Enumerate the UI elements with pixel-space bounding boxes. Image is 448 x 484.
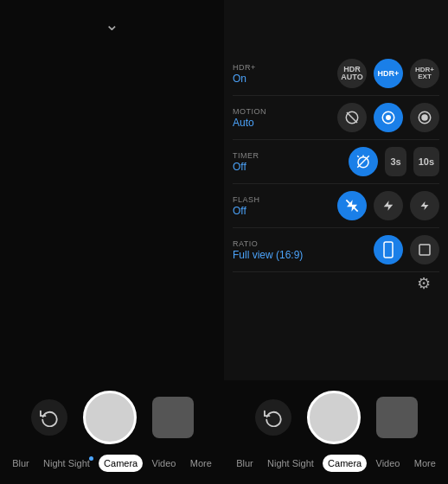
hdr-plus-btn[interactable]: HDR+ xyxy=(374,59,403,88)
motion-off-btn[interactable] xyxy=(337,103,367,132)
tab-camera[interactable]: Camera xyxy=(99,455,143,472)
timer-value: Off xyxy=(233,161,302,173)
tab-more[interactable]: More xyxy=(185,455,217,472)
motion-on-btn[interactable] xyxy=(410,103,439,132)
timer-3s-btn[interactable]: 3s xyxy=(385,147,406,176)
timer-off-btn[interactable] xyxy=(349,147,378,176)
hdr-row: HDR+ On HDRAUTO HDR+ HDR+EXT xyxy=(233,52,439,96)
left-panel: ⌄ Blur Night Sight Camera Video More xyxy=(0,0,224,484)
flash-off-btn[interactable] xyxy=(337,191,367,220)
flash-on-btn[interactable] xyxy=(410,191,439,220)
svg-line-8 xyxy=(358,156,360,157)
flash-label-group: FLASH Off xyxy=(233,195,302,217)
ratio-icons xyxy=(374,235,439,264)
right-tab-camera[interactable]: Camera xyxy=(323,455,367,472)
right-rotate-button[interactable] xyxy=(255,399,291,436)
ratio-square-btn[interactable] xyxy=(410,235,439,264)
svg-marker-13 xyxy=(421,201,429,210)
hdr-value: On xyxy=(233,73,302,85)
timer-icons: 3s 10s xyxy=(349,147,439,176)
ratio-full-btn[interactable] xyxy=(374,235,403,264)
right-bottom-bar: Blur Night Sight Camera Video More xyxy=(224,380,448,484)
gear-row: ⚙ xyxy=(233,272,439,296)
right-tab-bar: Blur Night Sight Camera Video More xyxy=(224,451,448,479)
ratio-value: Full view (16:9) xyxy=(233,249,303,261)
timer-10s-btn[interactable]: 10s xyxy=(413,147,439,176)
right-panel: HDR+ On HDRAUTO HDR+ HDR+EXT MOTION Auto xyxy=(224,0,448,484)
tab-night-sight[interactable]: Night Sight xyxy=(38,455,95,472)
timer-row: TIMER Off 3s 10s xyxy=(233,140,439,184)
svg-point-3 xyxy=(387,116,391,120)
rotate-button[interactable] xyxy=(31,399,67,436)
tab-video[interactable]: Video xyxy=(147,455,182,472)
left-bottom-bar: Blur Night Sight Camera Video More xyxy=(0,380,224,484)
hdr-plus-ext-btn[interactable]: HDR+EXT xyxy=(410,59,439,88)
ratio-row: RATIO Full view (16:9) xyxy=(233,228,439,272)
right-camera-controls xyxy=(224,387,448,451)
svg-line-1 xyxy=(347,112,357,123)
shutter-button[interactable] xyxy=(83,391,137,444)
motion-auto-btn[interactable] xyxy=(374,103,403,132)
flash-row: FLASH Off xyxy=(233,184,439,228)
hdr-label-group: HDR+ On xyxy=(233,63,302,85)
hdr-key: HDR+ xyxy=(233,63,302,72)
flash-icons xyxy=(337,191,439,220)
chevron-icon: ⌄ xyxy=(105,15,119,34)
night-sight-dot xyxy=(89,456,93,461)
right-tab-night-sight[interactable]: Night Sight xyxy=(262,455,319,472)
left-camera-controls xyxy=(0,387,224,451)
motion-row: MOTION Auto xyxy=(233,96,439,140)
hdr-icons: HDRAUTO HDR+ HDR+EXT xyxy=(337,59,439,88)
svg-rect-14 xyxy=(384,242,393,258)
motion-key: MOTION xyxy=(233,107,302,116)
settings-panel: HDR+ On HDRAUTO HDR+ HDR+EXT MOTION Auto xyxy=(233,52,439,296)
motion-label-group: MOTION Auto xyxy=(233,107,302,129)
flash-auto-btn[interactable] xyxy=(374,191,403,220)
motion-icons xyxy=(337,103,439,132)
flash-key: FLASH xyxy=(233,195,302,204)
svg-rect-15 xyxy=(419,245,430,255)
gallery-button[interactable] xyxy=(152,397,194,438)
motion-value: Auto xyxy=(233,117,302,129)
timer-key: TIMER xyxy=(233,151,302,160)
svg-marker-12 xyxy=(384,201,394,211)
hdr-auto-btn[interactable]: HDRAUTO xyxy=(337,59,367,88)
left-tab-bar: Blur Night Sight Camera Video More xyxy=(0,451,224,479)
right-tab-more[interactable]: More xyxy=(409,455,441,472)
ratio-label-group: RATIO Full view (16:9) xyxy=(233,239,303,261)
flash-value: Off xyxy=(233,205,302,217)
settings-gear-button[interactable]: ⚙ xyxy=(417,274,431,293)
right-gallery-button[interactable] xyxy=(376,397,418,438)
right-tab-blur[interactable]: Blur xyxy=(231,455,259,472)
chevron-area[interactable]: ⌄ xyxy=(105,16,119,34)
ratio-key: RATIO xyxy=(233,239,303,248)
timer-label-group: TIMER Off xyxy=(233,151,302,173)
svg-point-5 xyxy=(422,115,427,120)
tab-blur[interactable]: Blur xyxy=(7,455,35,472)
right-shutter-button[interactable] xyxy=(307,391,361,444)
right-tab-video[interactable]: Video xyxy=(371,455,406,472)
